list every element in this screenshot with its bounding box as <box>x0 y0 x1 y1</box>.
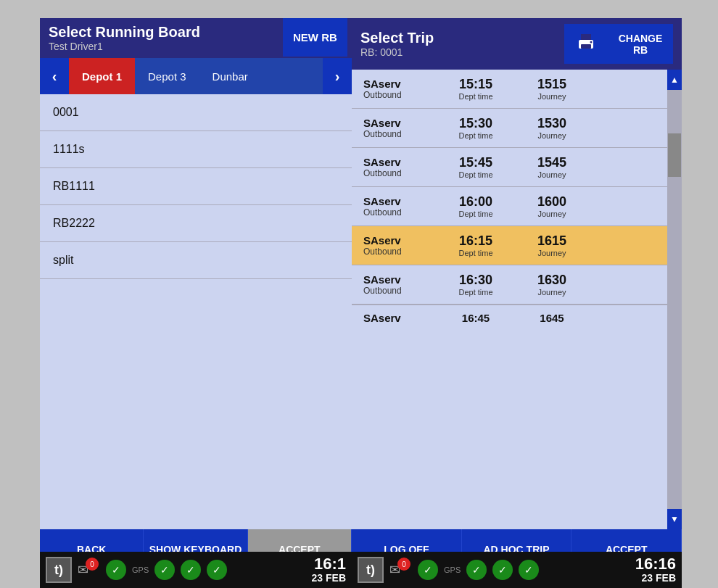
running-board-list: 0001 1111s RB1111 RB2222 split <box>40 94 352 529</box>
status-bar-right: t) ✉ 0 ✓ GPS ✓ ✓ ✓ 16:16 23 FEB <box>352 552 682 588</box>
trip-time: 16:15 Dept time <box>436 233 516 257</box>
trip-service: SAserv <box>363 312 436 324</box>
trip-item-1530[interactable]: SAserv Outbound 15:30 Dept time 1530 Jou… <box>352 109 682 148</box>
list-item[interactable]: RB1111 <box>40 168 352 205</box>
gps-label: GPS <box>132 566 149 574</box>
right-panel-title: Select Trip <box>360 30 558 46</box>
t-brand-icon-right: t) <box>358 557 384 583</box>
print-button[interactable] <box>564 24 608 64</box>
print-icon <box>574 30 598 58</box>
right-panel-header: Select Trip RB: 0001 CHANGE RB <box>352 18 682 70</box>
date-display-right: 23 FEB <box>635 573 676 584</box>
trip-time: 15:15 Dept time <box>436 77 516 101</box>
list-item[interactable]: 0001 <box>40 94 352 131</box>
svg-rect-3 <box>581 44 591 49</box>
trip-journey: 1615 Journey <box>516 233 588 257</box>
trip-item-1615[interactable]: SAserv Outbound 16:15 Dept time 1615 Jou… <box>352 226 682 265</box>
svg-point-4 <box>590 41 593 44</box>
tab-dunbar[interactable]: Dunbar <box>199 58 261 94</box>
trip-service: SAserv Outbound <box>363 234 436 257</box>
trip-journey: 1545 Journey <box>516 155 588 179</box>
trip-item-1515[interactable]: SAserv Outbound 15:15 Dept time 1515 Jou… <box>352 70 682 109</box>
tab-bar: ‹ Depot 1 Depot 3 Dunbar › <box>40 58 352 94</box>
trip-time: 15:30 Dept time <box>436 116 516 140</box>
trip-service: SAserv Outbound <box>363 78 436 100</box>
gps-status-icon-right: ✓ <box>418 560 438 580</box>
svg-rect-2 <box>581 34 591 40</box>
scrollbar-thumb[interactable] <box>668 133 681 177</box>
scrollbar-down-button[interactable]: ▼ <box>667 509 682 529</box>
trip-journey: 1515 Journey <box>516 77 588 101</box>
tab-depot3[interactable]: Depot 3 <box>135 58 199 94</box>
date-display-left: 23 FEB <box>312 573 346 584</box>
left-panel: Select Running Board Test Driver1 ‹ Depo… <box>40 18 352 569</box>
globe-status-icon-right: ✓ <box>466 560 487 580</box>
trip-service: SAserv Outbound <box>363 156 436 178</box>
change-rb-button[interactable]: CHANGE RB <box>608 24 673 64</box>
time-display-left: 16:1 <box>312 555 346 573</box>
status-time-right: 16:16 23 FEB <box>635 555 676 584</box>
status-time-left: 16:1 23 FEB <box>312 555 346 584</box>
trip-service: SAserv Outbound <box>363 117 436 139</box>
right-panel-subtitle: RB: 0001 <box>360 46 558 58</box>
trip-journey: 1600 Journey <box>516 194 588 218</box>
trip-time: 16:00 Dept time <box>436 194 516 218</box>
trip-time: 16:45 <box>436 312 516 324</box>
print-status-icon-right: ✓ <box>519 560 539 580</box>
list-item[interactable]: split <box>40 242 352 279</box>
print-status-icon: ✓ <box>207 560 227 580</box>
trip-item-1630[interactable]: SAserv Outbound 16:30 Dept time 1630 Jou… <box>352 265 682 305</box>
mail-badge-right: 0 <box>397 558 410 571</box>
status-bar-left: t) ✉ 0 ✓ GPS ✓ ✓ ✓ 16:1 23 FEB <box>40 552 352 588</box>
trip-service: SAserv Outbound <box>363 195 436 218</box>
trip-list: SAserv Outbound 15:15 Dept time 1515 Jou… <box>352 70 682 529</box>
trip-item-partial[interactable]: SAserv 16:45 1645 <box>352 305 682 330</box>
time-display-right: 16:16 <box>635 555 676 573</box>
t-brand-icon: t) <box>46 557 72 583</box>
right-header-text: Select Trip RB: 0001 <box>360 30 558 58</box>
trip-item-1600[interactable]: SAserv Outbound 16:00 Dept time 1600 Jou… <box>352 187 682 226</box>
scrollbar: ▲ ▼ <box>667 70 682 529</box>
signal-status-icon-right: ✓ <box>492 560 513 580</box>
list-item[interactable]: RB2222 <box>40 205 352 242</box>
trip-time: 15:45 Dept time <box>436 155 516 179</box>
mail-badge: 0 <box>86 558 99 571</box>
signal-status-icon: ✓ <box>181 560 201 580</box>
trip-journey: 1630 Journey <box>516 273 588 297</box>
right-panel: Select Trip RB: 0001 CHANGE RB SAserv Ou… <box>352 18 682 569</box>
trip-journey: 1530 Journey <box>516 116 588 140</box>
list-item[interactable]: 1111s <box>40 131 352 168</box>
new-rb-button[interactable]: NEW RB <box>283 18 347 57</box>
tab-forward-button[interactable]: › <box>323 58 352 94</box>
tab-back-button[interactable]: ‹ <box>40 58 69 94</box>
gps-status-icon: ✓ <box>106 560 126 580</box>
trip-journey: 1645 <box>516 312 588 324</box>
tab-depot1[interactable]: Depot 1 <box>69 58 135 94</box>
gps-label-right: GPS <box>444 566 461 574</box>
trip-service: SAserv Outbound <box>363 273 436 296</box>
scrollbar-up-button[interactable]: ▲ <box>667 70 682 90</box>
trip-item-1545[interactable]: SAserv Outbound 15:45 Dept time 1545 Jou… <box>352 148 682 187</box>
trip-time: 16:30 Dept time <box>436 273 516 297</box>
globe-status-icon: ✓ <box>154 560 175 580</box>
